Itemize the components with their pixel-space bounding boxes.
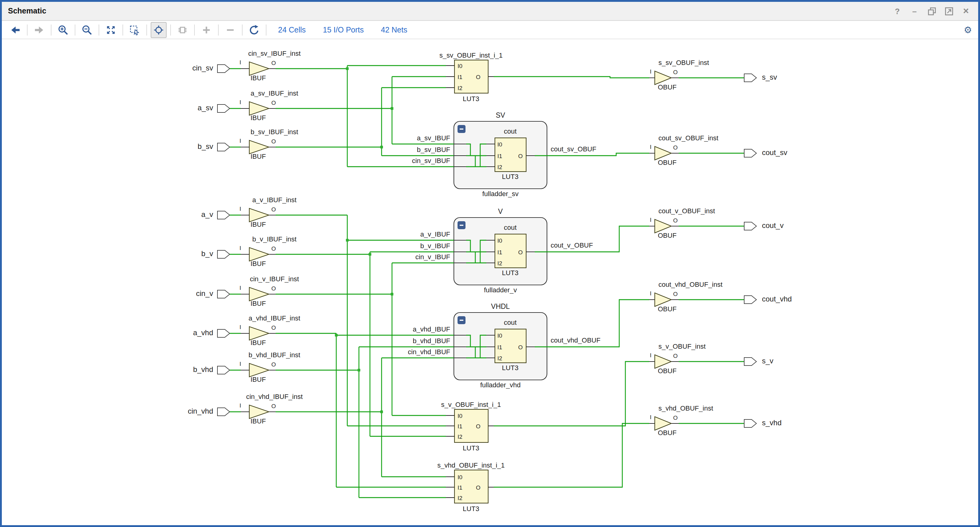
- zoom-to-selection-button[interactable]: [127, 22, 143, 38]
- input-port-label-a_v[interactable]: a_v: [152, 210, 213, 220]
- obuf-symbol[interactable]: [655, 293, 671, 306]
- ibuf-symbol[interactable]: [249, 363, 269, 377]
- obuf-symbol[interactable]: [655, 417, 671, 430]
- obuf-instance-label[interactable]: s_sv_OBUF_inst: [659, 59, 709, 67]
- input-port-shape[interactable]: [218, 105, 230, 113]
- zoom-in-button[interactable]: [55, 22, 71, 38]
- net-junction[interactable]: [391, 293, 393, 296]
- ibuf-symbol[interactable]: [249, 62, 269, 75]
- lut3-instance-label[interactable]: s_v_OBUF_inst_i_1: [401, 401, 541, 409]
- obuf-symbol[interactable]: [655, 220, 671, 233]
- regenerate-layout-button[interactable]: [246, 22, 262, 38]
- ibuf-instance-label[interactable]: a_sv_IBUF_inst: [210, 89, 339, 97]
- lut3-instance-label[interactable]: s_sv_OBUF_inst_i_1: [401, 51, 541, 59]
- output-port-shape[interactable]: [744, 296, 756, 304]
- help-icon[interactable]: ?: [892, 6, 902, 16]
- ibuf-symbol[interactable]: [249, 102, 269, 115]
- zoom-out-button[interactable]: [79, 22, 95, 38]
- input-port-label-b_vhd[interactable]: b_vhd: [152, 365, 213, 374]
- input-port-shape[interactable]: [218, 366, 230, 374]
- minimize-icon[interactable]: –: [910, 6, 920, 16]
- input-port-shape[interactable]: [218, 330, 230, 338]
- module-instance-label[interactable]: fulladder_vhd: [452, 381, 549, 389]
- ibuf-symbol[interactable]: [249, 405, 269, 419]
- ibuf-instance-label[interactable]: cin_vhd_IBUF_inst: [210, 393, 339, 401]
- module-instance-label[interactable]: fulladder_sv: [452, 190, 549, 198]
- collapse-minus-glyph[interactable]: [460, 128, 463, 130]
- module-title-VHDL[interactable]: VHDL: [464, 303, 537, 311]
- module-entry-net-label[interactable]: cin_v_IBUF: [371, 253, 450, 261]
- module-entry-net-label[interactable]: a_sv_IBUF: [371, 134, 450, 142]
- ibuf-symbol[interactable]: [249, 248, 269, 261]
- module-title-SV[interactable]: SV: [464, 111, 537, 119]
- obuf-symbol[interactable]: [655, 71, 671, 84]
- input-port-shape[interactable]: [218, 408, 230, 416]
- input-port-label-b_v[interactable]: b_v: [152, 249, 213, 259]
- ibuf-instance-label[interactable]: cin_sv_IBUF_inst: [210, 49, 339, 57]
- ibuf-instance-label[interactable]: a_v_IBUF_inst: [210, 196, 339, 204]
- ibuf-symbol[interactable]: [249, 287, 269, 301]
- input-port-label-cin_sv[interactable]: cin_sv: [152, 64, 213, 73]
- title-bar[interactable]: Schematic ? – ×: [2, 2, 978, 21]
- input-port-label-a_sv[interactable]: a_sv: [152, 103, 213, 113]
- output-port-shape[interactable]: [744, 149, 756, 157]
- input-port-label-a_vhd[interactable]: a_vhd: [152, 328, 213, 338]
- io-ports-link[interactable]: 15 I/O Ports: [323, 25, 364, 34]
- zoom-fit-button[interactable]: [103, 22, 119, 38]
- ibuf-instance-label[interactable]: a_vhd_IBUF_inst: [210, 314, 339, 322]
- ibuf-instance-label[interactable]: b_sv_IBUF_inst: [210, 128, 339, 136]
- obuf-symbol[interactable]: [655, 355, 671, 368]
- module-entry-net-label[interactable]: a_v_IBUF: [371, 231, 450, 238]
- obuf-instance-label[interactable]: cout_v_OBUF_inst: [659, 207, 715, 215]
- output-port-shape[interactable]: [744, 222, 756, 230]
- schematic-canvas[interactable]: cin_svcin_sv_IBUF_instIBUFIOa_sva_sv_IBU…: [4, 40, 976, 523]
- module-out-net-label[interactable]: cout_vhd_OBUF: [550, 336, 601, 344]
- collapse-minus-glyph[interactable]: [460, 320, 463, 321]
- module-entry-net-label[interactable]: b_vhd_IBUF: [371, 337, 450, 345]
- collapse-minus-glyph[interactable]: [460, 224, 463, 226]
- module-title-V[interactable]: V: [464, 208, 537, 216]
- close-icon[interactable]: ×: [961, 6, 971, 16]
- module-entry-net-label[interactable]: b_sv_IBUF: [371, 146, 450, 154]
- ibuf-symbol[interactable]: [249, 209, 269, 222]
- lut3-instance-label[interactable]: s_vhd_OBUF_inst_i_1: [401, 462, 541, 470]
- expand-cone-button[interactable]: [199, 22, 215, 38]
- input-port-label-b_sv[interactable]: b_sv: [152, 142, 213, 151]
- module-out-net-label[interactable]: cout_sv_OBUF: [550, 145, 596, 153]
- net-junction[interactable]: [380, 411, 383, 413]
- float-icon[interactable]: [944, 6, 954, 16]
- module-entry-net-label[interactable]: a_vhd_IBUF: [371, 325, 450, 333]
- settings-gear-icon[interactable]: ⚙: [964, 24, 972, 35]
- autofit-selection-button[interactable]: [151, 22, 167, 38]
- net-junction[interactable]: [346, 239, 349, 242]
- net-junction[interactable]: [358, 369, 360, 372]
- nets-link[interactable]: 42 Nets: [381, 25, 407, 34]
- input-port-label-cin_vhd[interactable]: cin_vhd: [152, 407, 213, 416]
- ibuf-instance-label[interactable]: cin_v_IBUF_inst: [210, 275, 339, 283]
- module-entry-net-label[interactable]: cin_sv_IBUF: [371, 157, 450, 165]
- obuf-symbol[interactable]: [655, 146, 671, 160]
- module-out-net-label[interactable]: cout_v_OBUF: [550, 242, 593, 249]
- show-cell-contents-button[interactable]: [175, 22, 191, 38]
- output-net-wire[interactable]: [494, 76, 649, 78]
- net-wire[interactable]: [275, 88, 454, 156]
- net-junction[interactable]: [335, 334, 338, 337]
- input-port-shape[interactable]: [218, 290, 230, 298]
- module-entry-net-label[interactable]: cin_vhd_IBUF: [371, 348, 450, 356]
- forward-arrow-button[interactable]: [31, 22, 47, 38]
- ibuf-instance-label[interactable]: b_v_IBUF_inst: [210, 235, 339, 243]
- back-arrow-button[interactable]: [7, 22, 23, 38]
- obuf-instance-label[interactable]: s_vhd_OBUF_inst: [659, 404, 713, 412]
- net-wire[interactable]: [275, 347, 454, 498]
- collapse-cone-button[interactable]: [222, 22, 238, 38]
- input-port-shape[interactable]: [218, 250, 230, 258]
- cells-link[interactable]: 24 Cells: [278, 25, 305, 34]
- output-port-shape[interactable]: [744, 74, 756, 82]
- net-wire[interactable]: [275, 358, 454, 477]
- ibuf-instance-label[interactable]: b_vhd_IBUF_inst: [210, 351, 339, 359]
- output-net-wire[interactable]: [535, 153, 649, 156]
- input-port-shape[interactable]: [218, 65, 230, 73]
- module-instance-label[interactable]: fulladder_v: [452, 286, 549, 294]
- input-port-shape[interactable]: [218, 143, 230, 151]
- restore-icon[interactable]: [927, 6, 937, 16]
